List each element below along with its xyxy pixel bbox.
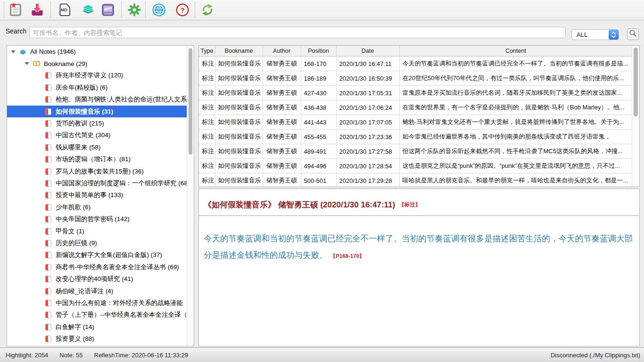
cell-type: 标注 [199,71,215,86]
sidebar-book-label: 白鱼解字 (14) [56,323,94,331]
column-header-date[interactable]: Date [336,46,399,57]
search-button[interactable] [627,28,639,40]
cell-bookname: 如何假装懂音乐 [215,144,263,159]
sidebar-book-item[interactable]: 历史的巨镜 (9) [7,237,194,249]
search-label: Search [6,27,26,35]
sidebar-book-label: 市场的逻辑（增订本）(81) [56,155,131,164]
cell-type: 标注 [199,173,215,188]
cell-position: 168-170 [301,57,336,71]
sidebar-book-item[interactable]: 货币的教训 (215) [7,117,194,129]
disclosure-triangle-icon[interactable] [11,50,16,53]
sidebar-item-all-notes[interactable]: All Notes (1946) [7,46,194,58]
sidebar-book-item[interactable]: 管子（上下册）--中华经典名著全本全注全译（... [7,309,194,321]
cell-position: 427-430 [301,86,336,100]
sidebar-book-item[interactable]: 改变心理学的40项研究 (41) [7,273,194,285]
note-row[interactable]: 标注 如何假装懂音乐 储智勇王硕 427-430 2020/1/30 17:05… [199,86,632,100]
sidebar-book-item[interactable]: 枪炮、病菌与钢铁:人类社会的命运(世纪人文系... [7,94,194,106]
all-notes-icon [19,48,27,56]
cell-date: 2020/1/30 16:47:11 [336,57,399,71]
cell-author: 储智勇王硕 [263,71,301,86]
connection-status: Disconnected (./My Clippings.txt) [551,348,640,362]
sidebar-book-item[interactable]: 苏世民:我的经验与教训（2018读桥水达利欧的... [7,345,194,346]
note-row[interactable]: 标注 如何假装懂音乐 储智勇王硕 500-501 2020/1/30 17:29… [199,173,632,188]
cell-date: 2020/1/30 17:23:36 [336,130,399,144]
sidebar-book-item[interactable]: 如何假装懂音乐 (31) [7,106,194,117]
red-book-icon [44,288,52,295]
column-header-type[interactable]: Type [199,46,215,57]
cell-content: 雷鬼原本是牙买加流行音乐的代名词，随着牙买加移民到了英美之类的发达国家... [399,86,632,100]
settings-gear-icon[interactable] [127,3,141,17]
web-globe-icon[interactable] [152,3,166,17]
red-book-icon [44,180,52,187]
sidebar-book-item[interactable]: 白鱼解字 (14) [7,321,194,333]
sidebar-book-item[interactable]: 钱从哪里来 (58) [7,141,194,153]
filter-dropdown[interactable]: ALL [571,29,619,40]
sidebar-book-item[interactable]: 市场的逻辑（增订本）(81) [7,154,194,165]
cell-bookname: 如何假装懂音乐 [215,57,263,71]
cell-content: 如今雷鬼已经传遍世界各地，其中传到南美的那条线演变成了西班牙语雷鬼， [399,130,632,144]
import-clippings-icon[interactable] [30,3,44,17]
cell-author: 储智勇王硕 [263,100,301,115]
cell-author: 储智勇王硕 [263,86,301,100]
sidebar-book-item[interactable]: 罗马人的故事(套装共15册) (36) [7,165,194,177]
sidebar-book-label: 少年凯歌 (6) [56,203,91,212]
table-scrollbar[interactable] [632,46,639,187]
sidebar-book-item[interactable]: 甲骨文 (1) [7,225,194,237]
red-book-icon [44,335,52,343]
column-header-position[interactable]: Position [301,46,336,57]
layers-export-icon[interactable] [81,3,95,17]
cell-bookname: 如何假装懂音乐 [215,115,263,130]
search-input[interactable] [29,27,566,38]
red-book-icon [44,299,52,307]
sidebar-book-item[interactable]: 中国为什么有前途：对外经济关系的战略潜能（... [7,297,194,309]
sidebar-book-item[interactable]: 中国国家治理的制度逻辑：一个组织学研究 (68) [7,177,194,189]
toolbar-separator [50,2,51,18]
note-row[interactable]: 标注 如何假装懂音乐 储智勇王硕 455-455 2020/1/30 17:23… [199,130,632,144]
sidebar-book-item[interactable]: 商君书-中华经典名著全本全注全译丛书 (69) [7,261,194,273]
filter-dropdown-value: ALL [572,31,609,38]
sidebar-book-item[interactable]: 庆余年(精校版) (6) [7,82,194,93]
highlight-count: Hightlight: 2054 [6,352,48,359]
cell-content: 鲍勃·马利对雷鬼文化还有一个重大贡献，就是将脏辫传播到了世界各地。关于为... [399,115,632,130]
note-row[interactable]: 标注 如何假装懂音乐 储智勇王硕 186-189 2020/1/30 16:50… [199,71,632,86]
cell-content: 在20世纪50年代到70年代之间，有过一类乐队，叫节奏蓝调乐队，他们使用的乐..… [399,71,632,86]
cell-type: 标注 [199,144,215,159]
help-question-icon[interactable]: ? [175,3,190,17]
table-scrollbar-thumb[interactable] [634,48,638,116]
note-row[interactable]: 标注 如何假装懂音乐 储智勇王硕 436-438 2020/1/30 17:06… [199,100,632,115]
tree-scrollbar[interactable] [187,46,194,346]
markdown-export-icon[interactable]: MD [58,3,72,17]
sidebar-book-label: 投资中最简单的事 (133) [56,191,123,199]
note-row[interactable]: 标注 如何假装懂音乐 储智勇王硕 441-443 2020/1/30 17:07… [199,115,632,130]
sidebar-book-item[interactable]: 新编说文解字大全集(超值白金版) (37) [7,249,194,261]
stats-chart-icon[interactable] [101,3,115,17]
sidebar-book-item[interactable]: 投资要义 (88) [7,333,194,345]
note-row[interactable]: 标注 如何假装懂音乐 储智勇王硕 489-491 2020/1/30 17:27… [199,144,632,159]
cell-bookname: 如何假装懂音乐 [215,71,263,86]
notes-document-icon[interactable] [8,3,23,17]
sidebar-item-bookname[interactable]: Bookname (29) [7,58,194,69]
sidebar-book-item[interactable]: 投资中最简单的事 (133) [7,189,194,201]
note-row[interactable]: 标注 如何假装懂音乐 储智勇王硕 494-496 2020/1/30 17:28… [199,159,632,173]
column-header-content[interactable]: Content [399,46,632,57]
column-header-author[interactable]: Author [263,46,301,57]
cell-position: 436-438 [301,100,336,115]
column-header-bookname[interactable]: Bookname [215,46,263,57]
red-book-icon [44,263,52,271]
tree-scrollbar-thumb[interactable] [189,48,192,155]
cell-author: 储智勇王硕 [263,159,301,173]
magnifier-icon [629,29,637,39]
sidebar-book-item[interactable]: 中国古代简史 (304) [7,130,194,141]
cell-content: 这也是朋克之所以是“punk”的原因。“punk”在英文里是流氓阿飞的意思，只不… [399,159,632,173]
sidebar-book-item[interactable]: 少年凯歌 (6) [7,201,194,213]
detail-title-text: 《如何假装懂音乐》 储智勇王硕 (2020/1/30 16:47:11) [204,200,395,209]
note-row[interactable]: 标注 如何假装懂音乐 储智勇王硕 168-170 2020/1/30 16:47… [199,57,632,71]
cell-bookname: 如何假装懂音乐 [215,86,263,100]
refresh-sync-icon[interactable] [200,3,215,17]
sidebar-book-item[interactable]: 薛兆丰经济学讲义 (120) [7,70,194,82]
cell-type: 标注 [199,115,215,130]
sidebar-book-item[interactable]: 杨伯峻_论语译注 (4) [7,285,194,297]
disclosure-triangle-icon[interactable] [25,62,29,65]
sidebar-book-item[interactable]: 中央帝国的哲学密码 (142) [7,213,194,225]
sidebar-book-label: 投资要义 (88) [56,335,94,343]
